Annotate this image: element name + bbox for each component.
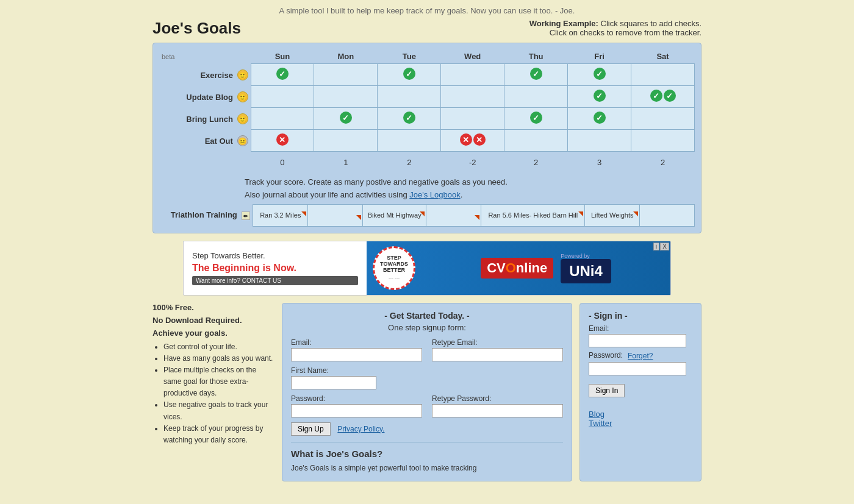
- cell-blog-sun[interactable]: [251, 86, 314, 108]
- twitter-link[interactable]: Twitter: [589, 419, 692, 428]
- check-green[interactable]: [403, 68, 415, 80]
- cell-eatout-wed[interactable]: [441, 130, 504, 152]
- cell-lunch-sun[interactable]: [251, 108, 314, 130]
- col-fri: Fri: [568, 49, 631, 64]
- working-example-text: Working Example: Click squares to add ch…: [529, 19, 702, 37]
- journal-cell-sun[interactable]: Ran 3.2 Miles: [253, 204, 308, 226]
- cell-lunch-mon[interactable]: [314, 108, 378, 130]
- blog-link[interactable]: Blog: [589, 410, 692, 419]
- check-green[interactable]: [594, 68, 606, 80]
- sign-in-button[interactable]: Sign In: [589, 384, 625, 397]
- forget-link[interactable]: Forget?: [628, 352, 653, 360]
- retype-email-label: Retype Email:: [432, 338, 563, 347]
- cell-blog-fri[interactable]: [568, 86, 631, 108]
- signin-password-input[interactable]: [589, 362, 686, 375]
- cell-blog-thu[interactable]: [504, 86, 568, 108]
- edit-icon[interactable]: ✏: [242, 211, 250, 220]
- cell-blog-wed[interactable]: [441, 86, 504, 108]
- check-green[interactable]: [594, 90, 606, 102]
- cell-eatout-mon[interactable]: [314, 130, 378, 152]
- check-green[interactable]: [594, 112, 606, 124]
- journal-content-sun: Ran 3.2 Miles: [254, 211, 306, 219]
- journal-cell-mon[interactable]: [308, 204, 363, 226]
- list-item: Use negative goals to track your vices.: [163, 399, 274, 422]
- check-red[interactable]: [460, 133, 472, 146]
- col-thu: Thu: [504, 49, 568, 64]
- flag-wed: [475, 215, 479, 220]
- first-name-field-group: First Name:: [291, 366, 563, 389]
- journal-cell-tue[interactable]: Biked Mt Highway: [362, 204, 426, 226]
- cell-eatout-thu[interactable]: [504, 130, 568, 152]
- cell-blog-tue[interactable]: [378, 86, 441, 108]
- list-item: Get control of your life.: [163, 341, 274, 353]
- col-tue: Tue: [378, 49, 441, 64]
- cell-exercise-tue[interactable]: [378, 64, 441, 86]
- cell-eatout-sun[interactable]: [251, 130, 314, 152]
- ad-banner: Step Towards Better. The Beginning is No…: [183, 241, 671, 296]
- ad-info-button[interactable]: i: [653, 243, 659, 250]
- divider: [291, 442, 563, 442]
- ad-circle-inner: STEP TOWARDSBETTER --- ---: [373, 246, 415, 290]
- cell-lunch-sat[interactable]: [631, 108, 695, 130]
- cell-eatout-fri[interactable]: [568, 130, 631, 152]
- joes-logbook-link[interactable]: Joe's Logbook: [409, 190, 460, 199]
- cell-lunch-fri[interactable]: [568, 108, 631, 130]
- email-label: Email:: [291, 338, 422, 347]
- ad-beginning-text: The Beginning is Now.: [192, 263, 358, 274]
- cell-lunch-wed[interactable]: [441, 108, 504, 130]
- list-item: Place multiple checks on the same goal f…: [163, 364, 274, 400]
- check-green[interactable]: [664, 90, 676, 102]
- ad-left: Step Towards Better. The Beginning is No…: [184, 241, 367, 295]
- check-green[interactable]: [276, 68, 289, 80]
- cell-blog-sat[interactable]: [631, 86, 695, 108]
- score-fri: 3: [568, 152, 631, 174]
- cell-lunch-tue[interactable]: [378, 108, 441, 130]
- cell-blog-mon[interactable]: [314, 86, 378, 108]
- cell-exercise-sat[interactable]: [631, 64, 695, 86]
- cell-exercise-thu[interactable]: [504, 64, 568, 86]
- first-name-input[interactable]: [291, 376, 376, 389]
- ad-contact-btn[interactable]: Want more info? CONTACT US: [192, 276, 358, 285]
- retype-password-label: Retype Password:: [432, 394, 563, 403]
- signin-password-label: Password:: [589, 351, 623, 360]
- retype-email-input[interactable]: [432, 348, 563, 361]
- ad-right: CVOnline Powered by UNi4: [422, 253, 670, 283]
- journal-cell-wed[interactable]: [426, 204, 481, 226]
- cell-exercise-sun[interactable]: [251, 64, 314, 86]
- sign-up-button[interactable]: Sign Up: [291, 422, 331, 436]
- password-input[interactable]: [291, 404, 422, 417]
- working-example-label: Working Example:: [529, 19, 598, 28]
- list-item: Have as many goals as you want.: [163, 353, 274, 364]
- check-green[interactable]: [403, 112, 415, 124]
- tracker-container: beta Sun Mon Tue Wed Thu Fri Sat Exercis…: [152, 43, 702, 233]
- cell-exercise-mon[interactable]: [314, 64, 378, 86]
- journal-cell-sat[interactable]: [640, 204, 695, 226]
- check-red[interactable]: [473, 133, 486, 146]
- left-line1: 100% Free.: [152, 303, 274, 312]
- left-line3: Achieve your goals.: [152, 328, 274, 338]
- journal-cell-fri[interactable]: Lifted Weights: [585, 204, 640, 226]
- score-sun: 0: [251, 152, 314, 174]
- ad-close-button[interactable]: X: [660, 243, 669, 250]
- signin-email-input[interactable]: [589, 334, 686, 347]
- goal-label-lunch: Bring Lunch 🙂: [159, 108, 251, 130]
- check-green[interactable]: [650, 90, 662, 102]
- cell-exercise-fri[interactable]: [568, 64, 631, 86]
- cell-exercise-wed[interactable]: [441, 64, 504, 86]
- table-row: Update Blog 🙂: [159, 86, 695, 108]
- cell-eatout-tue[interactable]: [378, 130, 441, 152]
- email-input[interactable]: [291, 348, 422, 361]
- retype-password-input[interactable]: [432, 404, 563, 417]
- privacy-policy-link[interactable]: Privacy Policy.: [337, 425, 384, 433]
- table-row: Bring Lunch 🙂: [159, 108, 695, 130]
- signin-password-row: Password: Forget?: [589, 351, 692, 361]
- check-red[interactable]: [276, 133, 289, 146]
- cell-lunch-thu[interactable]: [504, 108, 568, 130]
- journal-cell-thu[interactable]: Ran 5.6 Miles- Hiked Barn Hill: [481, 204, 585, 226]
- cell-eatout-sat[interactable]: [631, 130, 695, 152]
- check-green[interactable]: [340, 112, 352, 124]
- check-green[interactable]: [530, 68, 542, 80]
- email-row: Email: Retype Email:: [291, 338, 563, 361]
- check-green[interactable]: [530, 112, 542, 124]
- get-started-title: - Get Started Today. -: [291, 311, 563, 321]
